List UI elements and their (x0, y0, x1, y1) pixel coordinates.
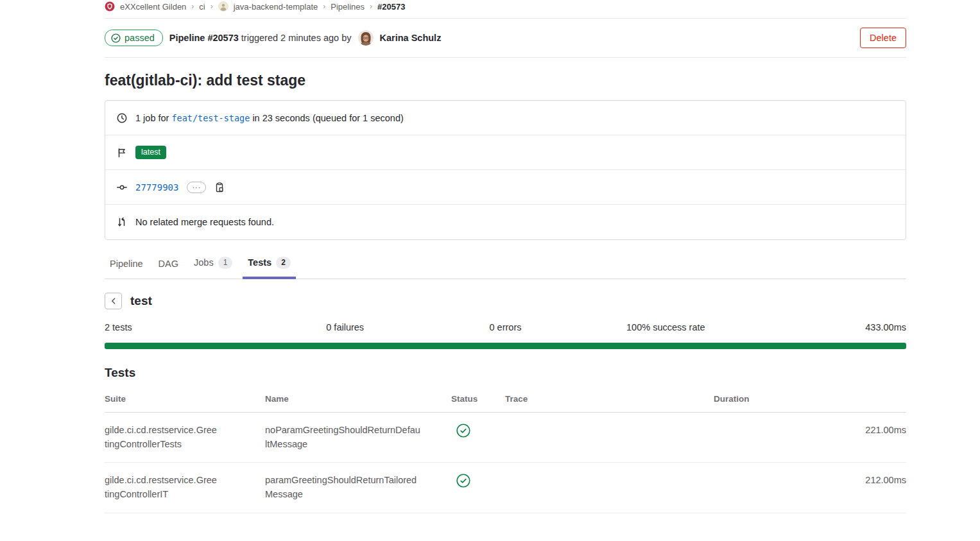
chevron-left-icon (109, 296, 118, 305)
test-name-cell: noParamGreetingShouldReturnDefaultMessag… (265, 412, 451, 463)
tab-tests-label: Tests (248, 257, 271, 268)
merge-request-icon (117, 217, 127, 227)
stat-total-tests: 2 tests (105, 322, 265, 332)
pipeline-tabs: Pipeline DAG Jobs 1 Tests 2 (105, 250, 906, 279)
column-trace: Trace (505, 385, 714, 413)
tab-jobs-label: Jobs (194, 257, 214, 268)
test-name-cell: paramGreetingShouldReturnTailoredMessage (265, 463, 451, 513)
test-status-cell (451, 463, 505, 513)
merge-request-text: No related merge requests found. (135, 217, 274, 227)
job-summary-row: 1 job for feat/test-stage in 23 seconds … (105, 101, 906, 135)
breadcrumb-project[interactable]: java-backend-template (234, 2, 318, 12)
tab-jobs[interactable]: Jobs 1 (189, 250, 237, 279)
status-badge[interactable]: passed (105, 30, 163, 46)
tab-dag-label: DAG (159, 259, 178, 269)
triggered-text: triggered 2 minutes ago by (241, 33, 352, 43)
pipeline-id-label: Pipeline #20573 (169, 33, 239, 43)
author-avatar[interactable] (358, 30, 374, 46)
tab-dag[interactable]: DAG (153, 252, 184, 279)
check-circle-icon (456, 424, 470, 438)
project-avatar-icon (218, 1, 228, 12)
test-suite-cell: gilde.ci.cd.restservice.GreetingControll… (105, 412, 265, 463)
tests-table: Suite Name Status Trace Duration gilde.c… (105, 385, 906, 513)
job-count-text: 1 job for (135, 113, 169, 123)
column-duration: Duration (714, 385, 906, 413)
page-title: feat(gitlab-ci): add test stage (105, 72, 906, 89)
test-trace-cell (505, 463, 714, 513)
table-row: gilde.ci.cd.restservice.GreetingControll… (105, 463, 906, 513)
stat-success-rate: 100% success rate (585, 322, 746, 332)
latest-row: latest (105, 135, 906, 170)
tab-tests-count: 2 (276, 257, 291, 269)
test-status-cell (451, 412, 505, 463)
job-summary-text: 1 job for feat/test-stage in 23 seconds … (135, 113, 404, 123)
commit-expand-button[interactable]: ··· (187, 182, 206, 193)
breadcrumb: eXXcellent Gilden › ci › java-backend-te… (105, 0, 906, 19)
group-logo-icon (105, 1, 115, 12)
check-circle-icon (111, 33, 121, 43)
check-circle-icon (456, 474, 470, 488)
latest-badge: latest (135, 146, 166, 159)
tests-heading: Tests (105, 366, 906, 380)
commit-sha-link[interactable]: 27779903 (135, 182, 178, 193)
stat-failures: 0 failures (265, 322, 426, 332)
breadcrumb-pipelines[interactable]: Pipelines (331, 2, 365, 12)
tests-table-header: Suite Name Status Trace Duration (105, 385, 906, 413)
success-progress-bar (105, 343, 906, 349)
tab-pipeline[interactable]: Pipeline (105, 252, 148, 279)
delete-button[interactable]: Delete (860, 28, 906, 48)
breadcrumb-pipeline-id: #20573 (377, 2, 405, 12)
column-suite: Suite (105, 385, 265, 413)
breadcrumb-subgroup[interactable]: ci (199, 2, 205, 12)
back-button[interactable] (105, 293, 122, 309)
merge-request-row: No related merge requests found. (105, 205, 906, 239)
pipeline-header: passed Pipeline #20573 triggered 2 minut… (105, 19, 906, 58)
test-trace-cell (505, 412, 714, 463)
pipeline-summary: Pipeline #20573 triggered 2 minutes ago … (169, 33, 352, 43)
breadcrumb-separator: › (370, 2, 372, 11)
status-badge-label: passed (125, 33, 155, 43)
tab-pipeline-label: Pipeline (110, 259, 143, 269)
author-name[interactable]: Karina Schulz (380, 33, 442, 43)
suite-stats: 2 tests 0 failures 0 errors 100% success… (105, 322, 906, 332)
stat-errors: 0 errors (426, 322, 586, 332)
flag-icon (117, 148, 127, 158)
pipeline-page: eXXcellent Gilden › ci › java-backend-te… (0, 0, 980, 513)
breadcrumb-separator: › (211, 2, 213, 11)
suite-header: test (105, 293, 906, 309)
clock-icon (117, 113, 127, 123)
test-duration-cell: 212.00ms (714, 463, 906, 513)
column-status: Status (451, 385, 505, 413)
commit-icon (117, 182, 127, 193)
table-row: gilde.ci.cd.restservice.GreetingControll… (105, 412, 906, 463)
branch-link[interactable]: feat/test-stage (171, 113, 250, 123)
breadcrumb-separator: › (191, 2, 194, 11)
job-duration-text: in 23 seconds (queued for 1 second) (252, 113, 403, 123)
test-suite-cell: gilde.ci.cd.restservice.GreetingControll… (105, 463, 265, 513)
column-name: Name (265, 385, 451, 413)
breadcrumb-separator: › (323, 2, 325, 11)
tab-jobs-count: 1 (218, 257, 233, 269)
commit-row: 27779903 ··· (105, 170, 906, 205)
breadcrumb-group[interactable]: eXXcellent Gilden (120, 2, 186, 12)
clipboard-icon (214, 182, 225, 193)
copy-commit-button[interactable] (214, 182, 225, 193)
stat-duration: 433.00ms (746, 322, 906, 332)
pipeline-info-box: 1 job for feat/test-stage in 23 seconds … (105, 100, 906, 240)
test-duration-cell: 221.00ms (714, 412, 906, 463)
suite-name: test (130, 294, 152, 308)
tab-tests[interactable]: Tests 2 (243, 250, 296, 279)
